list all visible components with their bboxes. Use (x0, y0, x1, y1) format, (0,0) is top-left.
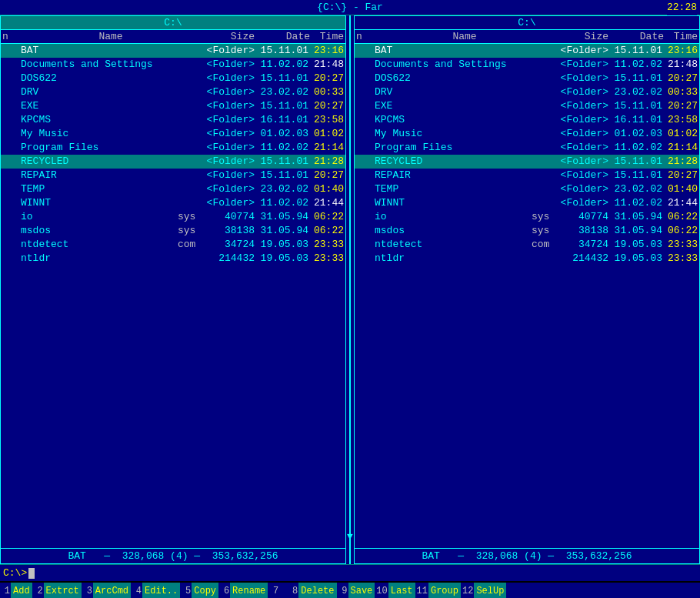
fkey-2[interactable]: 2Extrct (33, 583, 82, 598)
table-row[interactable]: DOS622<Folder>15.11.0120:27 (355, 72, 699, 85)
table-row[interactable]: msdossys3813831.05.9406:22 (1, 224, 345, 238)
table-row[interactable]: ntdetectcom3472419.05.0323:33 (355, 238, 699, 252)
col-name-right: Name (375, 30, 555, 43)
fkey-5[interactable]: 5Copy (181, 583, 219, 598)
col-size-left: Size (201, 30, 255, 43)
table-row[interactable]: Documents and Settings<Folder>11.02.0221… (1, 58, 345, 72)
table-row[interactable]: DOS622<Folder>15.11.0120:27 (1, 72, 345, 85)
fkey-label-3: ArcCmd (93, 583, 131, 598)
col-date-right: Date (608, 30, 664, 43)
table-row[interactable]: TEMP<Folder>23.02.0201:40 (1, 182, 345, 196)
table-row[interactable]: EXE<Folder>15.11.0120:27 (1, 99, 345, 113)
table-row[interactable]: Program Files<Folder>11.02.0221:14 (1, 141, 345, 155)
table-row[interactable]: msdossys3813831.05.9406:22 (355, 224, 699, 238)
table-row[interactable]: REPAIR<Folder>15.11.0120:27 (1, 169, 345, 182)
fkey-label-9: Save (348, 583, 375, 598)
fkey-label-12: SelUp (474, 583, 506, 598)
fkey-label-6: Rename (230, 583, 268, 598)
time-display: 22:28 (667, 0, 697, 15)
fkey-11[interactable]: 11Group (416, 583, 462, 598)
table-row[interactable]: BAT<Folder>15.11.0123:16 (1, 44, 345, 58)
fkey-8[interactable]: 8Delete (288, 583, 337, 598)
cmd-line[interactable]: C:\> (0, 564, 700, 581)
table-row[interactable]: ntdetectcom3472419.05.0323:33 (1, 238, 345, 252)
divider-scroll-indicator: ▼ (347, 531, 353, 543)
left-panel-columns: n Name Size Date Time (1, 30, 345, 44)
col-name-left: Name (21, 30, 201, 43)
table-row[interactable]: REPAIR<Folder>15.11.0120:27 (355, 169, 699, 182)
cmd-prompt: C:\> (3, 565, 27, 582)
table-row[interactable]: WINNT<Folder>11.02.0221:44 (1, 196, 345, 210)
table-row[interactable]: DRV<Folder>23.02.0200:33 (355, 85, 699, 99)
fkey-label-2: Extrct (44, 583, 82, 598)
right-file-list: BAT<Folder>15.11.0123:16Documents and Se… (355, 44, 699, 548)
col-n-right: n (356, 30, 375, 43)
fkey-num-4: 4 (132, 586, 142, 596)
right-panel-header[interactable]: C:\ (355, 16, 699, 30)
left-panel-status: BAT — 328,068 (4) — 353,632,256 (1, 548, 345, 563)
fkey-label-4: Edit.. (142, 583, 180, 598)
table-row[interactable]: EXE<Folder>15.11.0120:27 (355, 99, 699, 113)
fkey-3[interactable]: 3ArcCmd (82, 583, 132, 598)
fkey-7[interactable]: 7 (268, 583, 288, 598)
fkey-bar: 1Add2Extrct3ArcCmd4Edit..5Copy6Rename78D… (0, 581, 700, 598)
fkey-num-10: 10 (375, 586, 388, 596)
table-row[interactable]: KPCMS<Folder>16.11.0123:58 (355, 113, 699, 127)
table-row[interactable]: ntldr21443219.05.0323:33 (355, 252, 699, 266)
table-row[interactable]: BAT<Folder>15.11.0123:16 (355, 44, 699, 58)
table-row[interactable]: RECYCLED<Folder>15.11.0121:28 (1, 155, 345, 169)
col-n-left: n (2, 30, 21, 43)
fkey-label-1: Add (11, 583, 32, 598)
fkey-num-6: 6 (219, 586, 230, 596)
table-row[interactable]: TEMP<Folder>23.02.0201:40 (355, 182, 699, 196)
fkey-4[interactable]: 4Edit.. (132, 583, 181, 598)
left-file-list: BAT<Folder>15.11.0123:16Documents and Se… (1, 44, 345, 548)
cmd-cursor (28, 568, 35, 579)
col-date-left: Date (255, 30, 310, 43)
fkey-num-9: 9 (338, 586, 348, 596)
fkey-num-1: 1 (0, 586, 11, 596)
col-time-right: Time (664, 30, 698, 43)
fkey-num-5: 5 (181, 586, 192, 596)
table-row[interactable]: Documents and Settings<Folder>11.02.0221… (355, 58, 699, 72)
fkey-label-8: Delete (298, 583, 336, 598)
fkey-10[interactable]: 10Last (375, 583, 415, 598)
fkey-num-8: 8 (288, 586, 298, 596)
table-row[interactable]: ntldr21443219.05.0323:33 (1, 252, 345, 266)
fkey-num-2: 2 (33, 586, 44, 596)
col-size-right: Size (555, 30, 608, 43)
table-row[interactable]: My Music<Folder>01.02.0301:02 (355, 127, 699, 141)
fkey-1[interactable]: 1Add (0, 583, 33, 598)
col-time-left: Time (310, 30, 344, 43)
left-panel: C:\ n Name Size Date Time BAT<Folder>15.… (0, 15, 346, 564)
table-row[interactable]: KPCMS<Folder>16.11.0123:58 (1, 113, 345, 127)
right-panel-status: BAT — 328,068 (4) — 353,632,256 (355, 548, 699, 563)
table-row[interactable]: RECYCLED<Folder>15.11.0121:28 (355, 155, 699, 169)
window-title: {C:\} - Far (317, 2, 383, 13)
fkey-num-3: 3 (82, 586, 93, 596)
table-row[interactable]: iosys4077431.05.9406:22 (355, 210, 699, 224)
fkey-label-5: Copy (192, 583, 218, 598)
left-panel-header[interactable]: C:\ (1, 16, 345, 30)
fkey-label-10: Last (388, 583, 415, 598)
right-panel: C:\ n Name Size Date Time BAT<Folder>15.… (354, 15, 700, 564)
table-row[interactable]: iosys4077431.05.9406:22 (1, 210, 345, 224)
fkey-9[interactable]: 9Save (338, 583, 376, 598)
fkey-num-11: 11 (416, 586, 428, 596)
fkey-12[interactable]: 12SelUp (462, 583, 507, 598)
fkey-num-7: 7 (268, 586, 279, 596)
fkey-label-11: Group (428, 583, 461, 598)
right-panel-columns: n Name Size Date Time (355, 30, 699, 44)
table-row[interactable]: Program Files<Folder>11.02.0221:14 (355, 141, 699, 155)
table-row[interactable]: WINNT<Folder>11.02.0221:44 (355, 196, 699, 210)
table-row[interactable]: DRV<Folder>23.02.0200:33 (1, 85, 345, 99)
table-row[interactable]: My Music<Folder>01.02.0301:02 (1, 127, 345, 141)
title-bar: {C:\} - Far 22:28 (0, 0, 700, 15)
fkey-6[interactable]: 6Rename (219, 583, 268, 598)
fkey-num-12: 12 (462, 586, 474, 596)
panel-divider: ▼ (346, 15, 354, 564)
